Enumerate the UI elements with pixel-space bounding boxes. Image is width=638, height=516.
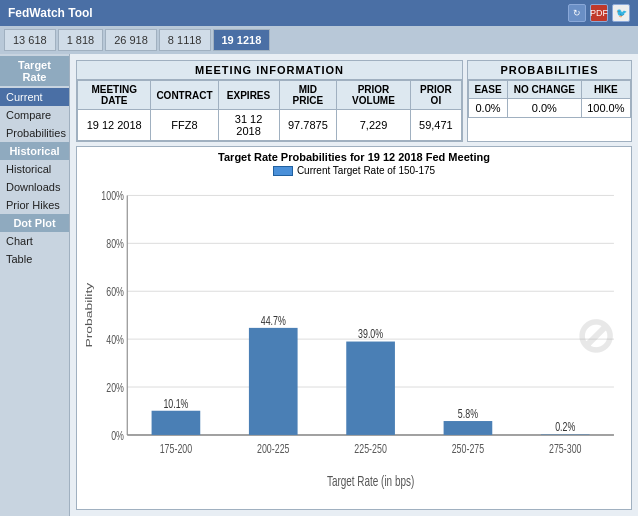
legend-color-box	[273, 166, 293, 176]
col-mid-price: MID PRICE	[279, 81, 337, 110]
svg-text:0.2%: 0.2%	[555, 420, 576, 434]
meeting-info-box: MEETING INFORMATION MEETING DATE CONTRAC…	[76, 60, 463, 142]
svg-text:44.7%: 44.7%	[261, 313, 286, 327]
svg-text:200-225: 200-225	[257, 442, 289, 456]
meeting-row: 19 12 2018 FFZ8 31 12 2018 97.7875 7,229…	[78, 110, 462, 141]
sidebar-header-target-rate: Target Rate	[0, 56, 69, 86]
svg-text:40%: 40%	[106, 332, 124, 346]
sidebar-item-downloads[interactable]: Downloads	[0, 178, 69, 196]
sidebar-header-historical: Historical	[0, 142, 69, 160]
svg-rect-16	[152, 411, 201, 435]
legend-label: Current Target Rate of 150-175	[297, 165, 435, 176]
chart-container: 0%20%40%60%80%100%ProbabilityTarget Rate…	[83, 180, 625, 489]
toolbar-icons: ↻ PDF 🐦	[568, 4, 630, 22]
sidebar-item-probabilities[interactable]: Probabilities	[0, 124, 69, 142]
prob-col-hike: HIKE	[581, 81, 630, 99]
chart-title: Target Rate Probabilities for 19 12 2018…	[83, 151, 625, 163]
svg-text:225-250: 225-250	[354, 442, 386, 456]
svg-rect-22	[346, 342, 395, 435]
app-title: FedWatch Tool	[8, 6, 93, 20]
tabs-row: 13 618 1 818 26 918 8 1118 19 1218	[0, 26, 638, 54]
tab-2[interactable]: 26 918	[105, 29, 157, 51]
sidebar-item-current[interactable]: Current	[0, 88, 69, 106]
col-prior-oi: PRIOR OI	[410, 81, 461, 110]
cell-prior-oi: 59,471	[410, 110, 461, 141]
svg-text:250-275: 250-275	[452, 442, 484, 456]
prob-col-no-change: NO CHANGE	[508, 81, 582, 99]
tab-3[interactable]: 8 1118	[159, 29, 211, 51]
top-bar: FedWatch Tool ↻ PDF 🐦	[0, 0, 638, 26]
chart-svg: 0%20%40%60%80%100%ProbabilityTarget Rate…	[83, 180, 625, 489]
cell-contract: FFZ8	[151, 110, 218, 141]
tab-1[interactable]: 1 818	[58, 29, 104, 51]
col-prior-volume: PRIOR VOLUME	[337, 81, 411, 110]
sidebar-item-compare[interactable]: Compare	[0, 106, 69, 124]
chart-area: Target Rate Probabilities for 19 12 2018…	[76, 146, 632, 510]
probabilities-box: PROBABILITIES EASE NO CHANGE HIKE 0.0% 0…	[467, 60, 632, 142]
svg-text:80%: 80%	[106, 236, 124, 250]
svg-rect-19	[249, 328, 298, 435]
cell-expires: 31 12 2018	[218, 110, 279, 141]
probabilities-title: PROBABILITIES	[468, 61, 631, 80]
svg-text:100%: 100%	[101, 189, 124, 203]
prob-row: 0.0% 0.0% 100.0%	[469, 99, 631, 118]
sidebar-item-table[interactable]: Table	[0, 250, 69, 268]
refresh-button[interactable]: ↻	[568, 4, 586, 22]
col-expires: EXPIRES	[218, 81, 279, 110]
tab-4[interactable]: 19 1218	[213, 29, 271, 51]
content-area: MEETING INFORMATION MEETING DATE CONTRAC…	[70, 54, 638, 516]
svg-text:Probability: Probability	[83, 282, 94, 348]
meeting-section: MEETING INFORMATION MEETING DATE CONTRAC…	[70, 54, 638, 146]
svg-text:Target Rate (in bps): Target Rate (in bps)	[327, 473, 414, 489]
cell-mid-price: 97.7875	[279, 110, 337, 141]
pdf-button[interactable]: PDF	[590, 4, 608, 22]
chart-legend: Current Target Rate of 150-175	[83, 165, 625, 176]
tab-0[interactable]: 13 618	[4, 29, 56, 51]
svg-text:275-300: 275-300	[549, 442, 581, 456]
svg-text:60%: 60%	[106, 284, 124, 298]
twitter-button[interactable]: 🐦	[612, 4, 630, 22]
main-layout: Target Rate Current Compare Probabilitie…	[0, 54, 638, 516]
cell-meeting-date: 19 12 2018	[78, 110, 151, 141]
col-meeting-date: MEETING DATE	[78, 81, 151, 110]
prob-val-hike: 100.0%	[581, 99, 630, 118]
svg-text:20%: 20%	[106, 380, 124, 394]
sidebar: Target Rate Current Compare Probabilitie…	[0, 54, 70, 516]
svg-text:0%: 0%	[111, 428, 124, 442]
sidebar-item-chart[interactable]: Chart	[0, 232, 69, 250]
svg-text:5.8%: 5.8%	[458, 406, 479, 420]
sidebar-item-historical[interactable]: Historical	[0, 160, 69, 178]
svg-rect-25	[444, 421, 493, 435]
col-contract: CONTRACT	[151, 81, 218, 110]
svg-text:39.0%: 39.0%	[358, 327, 383, 341]
prob-val-no-change: 0.0%	[508, 99, 582, 118]
sidebar-header-dot-plot: Dot Plot	[0, 214, 69, 232]
sidebar-item-prior-hikes[interactable]: Prior Hikes	[0, 196, 69, 214]
svg-text:175-200: 175-200	[160, 442, 192, 456]
prob-val-ease: 0.0%	[469, 99, 508, 118]
cell-prior-volume: 7,229	[337, 110, 411, 141]
probabilities-table: EASE NO CHANGE HIKE 0.0% 0.0% 100.0%	[468, 80, 631, 118]
prob-col-ease: EASE	[469, 81, 508, 99]
svg-text:10.1%: 10.1%	[163, 396, 188, 410]
meeting-table: MEETING DATE CONTRACT EXPIRES MID PRICE …	[77, 80, 462, 141]
meeting-info-title: MEETING INFORMATION	[77, 61, 462, 80]
